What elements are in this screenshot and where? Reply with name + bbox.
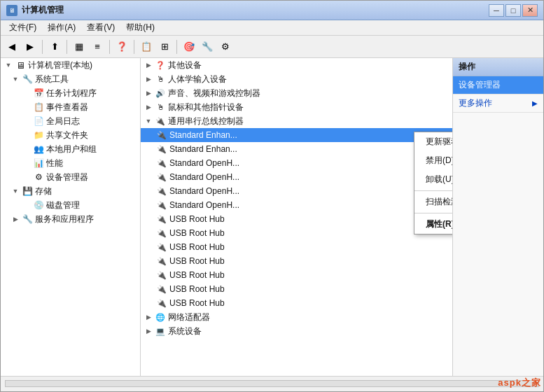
ctx-uninstall[interactable]: 卸载(U): [414, 170, 452, 189]
device-manager-icon: ⚙: [33, 172, 44, 183]
context-menu: 更新驱动程序软件(P)... 禁用(D) 卸载(U) 扫描检测硬件改动(A) 属…: [414, 132, 452, 234]
maximize-button[interactable]: □: [505, 4, 521, 17]
disk-management-icon: 💿: [33, 200, 44, 211]
network-icon: 🌐: [155, 312, 166, 323]
menu-help[interactable]: 帮助(H): [120, 20, 160, 35]
status-scrollbar[interactable]: [5, 380, 539, 387]
menu-view[interactable]: 查看(V): [81, 20, 120, 35]
config-button[interactable]: 🔧: [199, 38, 216, 55]
content-area: ▶ ❓ 其他设备 ▶ 🖱 人体学输入设备 ▶ 🔊 声音、视频和游戏控制器 ▶ 🖱: [141, 58, 452, 376]
back-button[interactable]: ◀: [4, 38, 20, 55]
device-hid[interactable]: ▶ 🖱 人体学输入设备: [141, 72, 452, 86]
mouse-label: 鼠标和其他指针设备: [168, 102, 244, 113]
right-panel-title: 操作: [453, 58, 543, 76]
usb-root-hub-0[interactable]: 🔌 USB Root Hub: [141, 212, 452, 226]
usb-root-hub-6-label: USB Root Hub: [169, 298, 225, 308]
usb-root-hub-2[interactable]: 🔌 USB Root Hub: [141, 240, 452, 254]
sidebar-item-task-scheduler[interactable]: 📅 任务计划程序: [1, 86, 140, 100]
usb-root-hub-1[interactable]: 🔌 USB Root Hub: [141, 226, 452, 240]
usb-item-2[interactable]: 🔌 Standard OpenH...: [141, 156, 452, 170]
toolbar-separator-1: [42, 40, 43, 54]
usb-root-hub-5-label: USB Root Hub: [169, 284, 225, 294]
right-panel-item-more-actions[interactable]: 更多操作 ▶: [453, 94, 543, 113]
usb-expand-icon: ▼: [144, 116, 153, 126]
other-device-icon: ❓: [155, 59, 166, 71]
performance-icon: 📊: [33, 158, 44, 169]
sidebar-item-event-viewer[interactable]: 📋 事件查看器: [1, 100, 140, 114]
settings-button[interactable]: ⚙: [217, 38, 234, 55]
task-scheduler-label: 任务计划程序: [46, 88, 97, 99]
menu-action[interactable]: 操作(A): [42, 20, 81, 35]
close-button[interactable]: ✕: [522, 4, 538, 17]
usb-item-4[interactable]: 🔌 Standard OpenH...: [141, 184, 452, 198]
usb-item-2-icon: 🔌: [156, 158, 167, 169]
local-users-expand-icon: [22, 144, 32, 154]
sidebar-item-shared-folders[interactable]: 📁 共享文件夹: [1, 128, 140, 142]
ctx-disable[interactable]: 禁用(D): [414, 151, 452, 170]
filter-button[interactable]: ⊞: [156, 38, 173, 55]
window-title: 计算机管理: [22, 4, 489, 16]
ctx-properties[interactable]: 属性(R): [414, 215, 452, 234]
sidebar-item-performance[interactable]: 📊 性能: [1, 156, 140, 170]
detail-button[interactable]: ≡: [89, 38, 106, 55]
usb-item-1-icon: 🔌: [156, 144, 167, 155]
device-network[interactable]: ▶ 🌐 网络适配器: [141, 310, 452, 324]
usb-root-hub-5[interactable]: 🔌 USB Root Hub: [141, 282, 452, 296]
sidebar-item-local-users[interactable]: 👥 本地用户和组: [1, 142, 140, 156]
window-icon: 🖥: [6, 5, 18, 16]
camera-button[interactable]: 🎯: [181, 38, 197, 55]
forward-button[interactable]: ▶: [22, 38, 39, 55]
usb-item-5[interactable]: 🔌 Standard OpenH...: [141, 198, 452, 212]
device-tree: ▶ ❓ 其他设备 ▶ 🖱 人体学输入设备 ▶ 🔊 声音、视频和游戏控制器 ▶ 🖱: [141, 58, 452, 376]
minimize-button[interactable]: ─: [489, 4, 504, 17]
sidebar-item-global-log[interactable]: 📄 全局日志: [1, 114, 140, 128]
system-tools-expand-icon: ▼: [11, 74, 20, 84]
sidebar-item-system-tools[interactable]: ▼ 🔧 系统工具: [1, 72, 140, 86]
usb-root-hub-1-icon: 🔌: [156, 227, 167, 239]
device-sound[interactable]: ▶ 🔊 声音、视频和游戏控制器: [141, 86, 452, 100]
sidebar-item-device-manager[interactable]: ⚙ 设备管理器: [1, 170, 140, 184]
right-panel-more-actions-label: 更多操作: [459, 97, 492, 109]
ctx-scan-hardware[interactable]: 扫描检测硬件改动(A): [414, 192, 452, 211]
main-area: ▼ 🖥 计算机管理(本地) ▼ 🔧 系统工具 📅 任务计划程序 📋 事件查看器: [1, 58, 543, 376]
sidebar-item-services[interactable]: ▶ 🔧 服务和应用程序: [1, 212, 140, 226]
export-button[interactable]: 📋: [138, 38, 155, 55]
usb-root-hub-6[interactable]: 🔌 USB Root Hub: [141, 296, 452, 310]
sidebar-item-storage[interactable]: ▼ 💾 存储: [1, 184, 140, 198]
shared-folders-icon: 📁: [33, 130, 44, 141]
usb-root-hub-4[interactable]: 🔌 USB Root Hub: [141, 268, 452, 282]
show-hide-button[interactable]: ▦: [71, 38, 88, 55]
root-expand-icon: ▼: [4, 60, 13, 70]
help-button[interactable]: ❓: [113, 38, 130, 55]
sidebar-root[interactable]: ▼ 🖥 计算机管理(本地): [1, 58, 140, 72]
usb-item-3[interactable]: 🔌 Standard OpenH...: [141, 170, 452, 184]
system-tools-icon: 🔧: [22, 74, 33, 85]
device-other[interactable]: ▶ ❓ 其他设备: [141, 58, 452, 72]
more-actions-arrow-icon: ▶: [532, 99, 538, 107]
sidebar-item-disk-management[interactable]: 💿 磁盘管理: [1, 198, 140, 212]
device-mouse[interactable]: ▶ 🖱 鼠标和其他指针设备: [141, 100, 452, 114]
usb-item-1[interactable]: 🔌 Standard Enhan...: [141, 142, 452, 156]
computer-icon: 🖥: [15, 59, 26, 71]
shared-folders-label: 共享文件夹: [46, 130, 88, 141]
usb-root-hub-6-icon: 🔌: [156, 298, 167, 309]
usb-item-0-label: Standard Enhan...: [169, 130, 237, 140]
usb-item-3-icon: 🔌: [156, 172, 167, 183]
device-usb-controller[interactable]: ▼ 🔌 通用串行总线控制器: [141, 114, 452, 128]
menu-file[interactable]: 文件(F): [4, 20, 42, 35]
global-log-icon: 📄: [33, 115, 44, 127]
storage-label: 存储: [35, 186, 52, 197]
ctx-update-driver[interactable]: 更新驱动程序软件(P)...: [414, 132, 452, 151]
title-bar: 🖥 计算机管理 ─ □ ✕: [1, 1, 543, 20]
shared-folders-expand-icon: [22, 130, 32, 140]
usb-root-hub-3[interactable]: 🔌 USB Root Hub: [141, 254, 452, 268]
device-system[interactable]: ▶ 💻 系统设备: [141, 324, 452, 338]
up-button[interactable]: ⬆: [46, 38, 63, 55]
usb-item-0[interactable]: 🔌 Standard Enhan...: [141, 128, 452, 142]
usb-item-0-icon: 🔌: [156, 130, 167, 141]
storage-icon: 💾: [22, 186, 33, 197]
hid-icon: 🖱: [155, 74, 166, 85]
right-panel-item-device-manager[interactable]: 设备管理器: [453, 76, 543, 94]
other-expand-icon: ▶: [144, 60, 153, 70]
local-users-label: 本地用户和组: [46, 144, 97, 155]
